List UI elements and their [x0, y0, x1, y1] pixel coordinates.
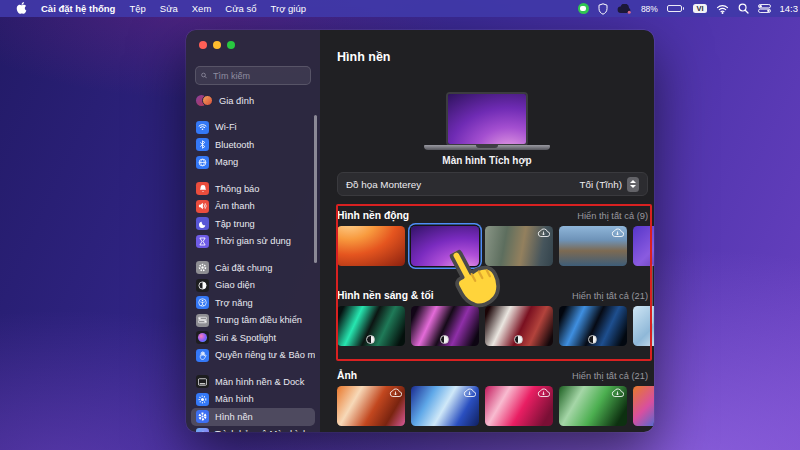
wallpaper-thumbnail-blue[interactable]	[559, 306, 627, 346]
dynamic-wallpaper-row	[337, 226, 654, 266]
sidebar-item-screen-time[interactable]: Thời gian sử dụng	[191, 233, 315, 251]
light-dark-badge-icon	[514, 335, 523, 344]
cloud-download-icon	[611, 388, 624, 398]
speaker-icon	[196, 200, 209, 213]
sidebar-item-wifi[interactable]: Wi-Fi	[191, 119, 315, 137]
sidebar-item-control-center[interactable]: Trung tâm điều khiển	[191, 312, 315, 330]
family-avatars-icon	[196, 95, 213, 107]
menubar-window[interactable]: Cửa sổ	[218, 3, 263, 14]
wallpaper-name: Đồ họa Monterey	[346, 179, 421, 190]
bluetooth-icon	[196, 138, 209, 151]
spotlight-search-icon[interactable]	[738, 3, 749, 14]
sidebar-item-network[interactable]: Mạng	[191, 154, 315, 172]
cloud-download-icon	[389, 388, 402, 398]
menubar-view[interactable]: Xem	[185, 3, 219, 14]
wallpaper-thumbnail-abstract[interactable]	[633, 226, 654, 266]
main-scrollbar[interactable]	[650, 264, 653, 324]
style-dropdown[interactable]	[627, 177, 639, 192]
sidebar-item-family[interactable]: Gia đình	[191, 92, 315, 110]
show-all-light-dark-link[interactable]: Hiển thị tất cả (21)	[572, 291, 648, 301]
menubar-file[interactable]: Tệp	[122, 3, 152, 14]
settings-sidebar: Gia đình Wi-Fi Bluetooth Mạng Thông báo …	[186, 30, 320, 432]
moon-icon	[196, 217, 209, 230]
wallpaper-thumbnail-red[interactable]	[485, 306, 553, 346]
show-all-dynamic-link[interactable]: Hiển thị tất cả (9)	[577, 211, 648, 221]
menu-bar: Cài đặt hệ thống Tệp Sửa Xem Cửa sổ Trợ …	[0, 0, 800, 17]
sidebar-item-displays[interactable]: Màn hình	[191, 391, 315, 409]
dock-icon	[196, 375, 209, 388]
wallpaper-thumbnail-orange-swirl[interactable]	[337, 386, 405, 426]
battery-icon	[667, 5, 685, 13]
sidebar-item-privacy[interactable]: Quyền riêng tư & Bảo mật	[191, 347, 315, 365]
wifi-icon	[196, 121, 209, 134]
sidebar-search[interactable]	[195, 66, 311, 85]
page-title: Hình nền	[337, 50, 390, 64]
sidebar-item-bluetooth[interactable]: Bluetooth	[191, 136, 315, 154]
sidebar-item-wallpaper[interactable]: Hình nền	[191, 408, 315, 426]
search-icon	[201, 71, 207, 80]
wallpaper-pane: Hình nền Màn hình Tích hợp Đồ họa Monter…	[320, 30, 654, 432]
menubar-help[interactable]: Trợ giúp	[264, 3, 313, 14]
hourglass-icon	[196, 235, 209, 248]
menubar-clock[interactable]: 14:3	[780, 3, 799, 14]
wallpaper-thumbnail-ventura[interactable]	[337, 226, 405, 266]
wallpaper-thumbnail-teal[interactable]	[337, 306, 405, 346]
sidebar-list: Gia đình Wi-Fi Bluetooth Mạng Thông báo …	[191, 92, 315, 432]
apple-menu[interactable]	[9, 2, 34, 16]
sidebar-item-siri[interactable]: Siri & Spotlight	[191, 329, 315, 347]
wallpaper-thumbnail-pink-swirl[interactable]	[485, 386, 553, 426]
siri-icon	[196, 331, 209, 344]
cloud-download-icon	[537, 228, 550, 238]
pictures-wallpaper-row	[337, 386, 654, 426]
screensaver-icon	[196, 428, 209, 432]
minimize-button[interactable]	[213, 41, 221, 49]
brightness-icon	[196, 393, 209, 406]
sidebar-item-sound[interactable]: Âm thanh	[191, 198, 315, 216]
cloud-app-icon[interactable]	[617, 4, 632, 14]
gear-icon	[196, 261, 209, 274]
flower-icon	[196, 410, 209, 423]
hand-icon	[196, 349, 209, 362]
light-dark-badge-icon	[366, 335, 375, 344]
menubar-app-name[interactable]: Cài đặt hệ thống	[34, 3, 122, 14]
light-dark-badge-icon	[588, 335, 597, 344]
search-input[interactable]	[211, 70, 305, 82]
sidebar-scrollbar[interactable]	[314, 115, 318, 263]
window-controls	[199, 41, 235, 49]
control-center-icon[interactable]	[758, 4, 771, 13]
sidebar-item-desktop-dock[interactable]: Màn hình nền & Dock	[191, 373, 315, 391]
section-dynamic-header: Hình nền động Hiển thị tất cả (9)	[337, 210, 648, 221]
section-pictures-header: Ảnh Hiển thị tất cả (21)	[337, 370, 648, 381]
chat-app-icon[interactable]	[578, 3, 589, 14]
sidebar-item-general[interactable]: Cài đặt chung	[191, 259, 315, 277]
system-settings-window: Gia đình Wi-Fi Bluetooth Mạng Thông báo …	[186, 30, 654, 432]
input-source-indicator[interactable]: VI	[693, 4, 706, 14]
display-preview-base	[424, 145, 550, 150]
display-preview	[446, 92, 528, 146]
shield-icon[interactable]	[598, 3, 608, 15]
menubar-edit[interactable]: Sửa	[153, 3, 185, 14]
sidebar-item-focus[interactable]: Tập trung	[191, 215, 315, 233]
cloud-download-icon	[463, 388, 476, 398]
wifi-icon[interactable]	[716, 4, 729, 14]
zoom-button[interactable]	[227, 41, 235, 49]
wallpaper-thumbnail-beach[interactable]	[485, 226, 553, 266]
close-button[interactable]	[199, 41, 207, 49]
battery-percent: 88%	[641, 4, 658, 14]
wallpaper-thumbnail-green-swirl[interactable]	[559, 386, 627, 426]
light-dark-badge-icon	[440, 335, 449, 344]
sidebar-item-screensaver[interactable]: Trình bảo vệ Màn hình	[191, 426, 315, 433]
bell-icon	[196, 182, 209, 195]
toggles-icon	[196, 314, 209, 327]
sidebar-item-notifications[interactable]: Thông báo	[191, 180, 315, 198]
wallpaper-thumbnail-catalina[interactable]	[559, 226, 627, 266]
display-name-label: Màn hình Tích hợp	[320, 155, 654, 166]
wallpaper-style-value: Tối (Tĩnh)	[580, 179, 622, 190]
show-all-pictures-link[interactable]: Hiển thị tất cả (21)	[572, 371, 648, 381]
sidebar-item-accessibility[interactable]: Trợ năng	[191, 294, 315, 312]
cloud-download-icon	[611, 228, 624, 238]
wallpaper-thumbnail-blue-swirl[interactable]	[411, 386, 479, 426]
cloud-download-icon	[537, 388, 550, 398]
sidebar-item-appearance[interactable]: Giao diện	[191, 277, 315, 295]
wallpaper-thumbnail-collage[interactable]	[633, 386, 654, 426]
